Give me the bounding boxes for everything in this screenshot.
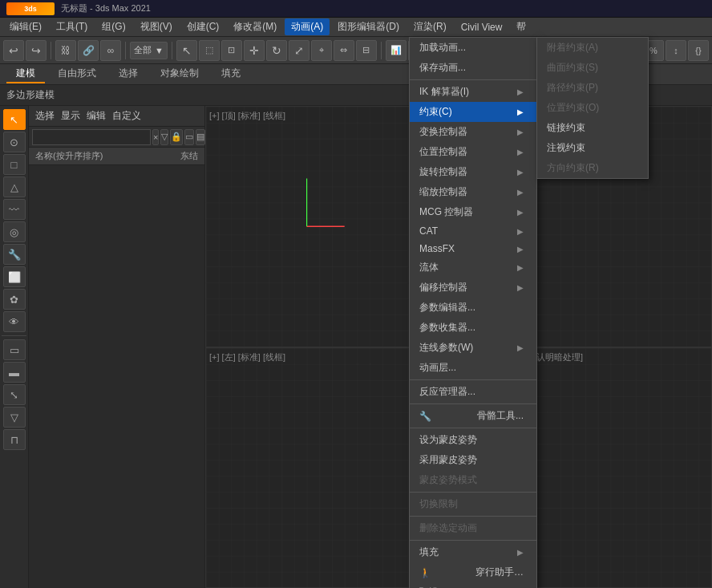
left-tool-2[interactable]: □ — [3, 154, 26, 175]
tab-modeling[interactable]: 建模 — [6, 65, 45, 83]
menu-tools[interactable]: 工具(T) — [50, 18, 94, 35]
left-tool-3[interactable]: △ — [3, 176, 26, 197]
menu-cat[interactable]: CAT ▶ — [410, 222, 536, 240]
fluid-arrow: ▶ — [517, 263, 524, 272]
left-tool-4[interactable]: 〰 — [3, 199, 26, 220]
left-tool-13[interactable]: ▽ — [3, 407, 26, 428]
menu-wire-params[interactable]: 连线参数(W) ▶ — [410, 338, 536, 358]
menu-sep-6 — [410, 516, 536, 517]
filter-label: 全部 — [134, 44, 152, 56]
menu-animation[interactable]: 动画(A) — [285, 18, 330, 35]
spinner-snap[interactable]: ↕ — [665, 40, 686, 61]
menu-scale-ctrl[interactable]: 缩放控制器 ▶ — [410, 182, 536, 202]
menu-load-animation[interactable]: 加载动画... — [410, 38, 536, 58]
left-tool-11[interactable]: ▬ — [3, 362, 26, 383]
walk-icon: 🚶 — [419, 567, 431, 578]
separator-4 — [381, 42, 382, 59]
select-tool[interactable]: ↖ — [176, 40, 197, 61]
menu-position-ctrl[interactable]: 位置控制器 ▶ — [410, 142, 536, 162]
left-tool-10[interactable]: ▭ — [3, 339, 26, 360]
scene-tab-display[interactable]: 显示 — [61, 109, 80, 123]
scene-tab-customize[interactable]: 自定义 — [112, 109, 141, 123]
menu-skin-pose-mode: 蒙皮姿势模式 — [410, 470, 536, 490]
menu-param-editor[interactable]: 参数编辑器... — [410, 298, 536, 318]
tab-select[interactable]: 选择 — [109, 65, 148, 83]
scene-panel-tabs: 选择 显示 编辑 自定义 — [35, 109, 141, 123]
tab-paintdeform[interactable]: 对象绘制 — [151, 65, 208, 83]
menu-modifier[interactable]: 修改器(M) — [227, 18, 283, 35]
menu-ik-solver[interactable]: IK 解算器(I) ▶ — [410, 82, 536, 102]
scene-display-btn[interactable]: ▭ — [184, 129, 194, 145]
select-region2[interactable]: ⊡ — [221, 40, 242, 61]
left-tool-7[interactable]: ⬜ — [3, 266, 26, 287]
menu-delete-anim: 删除选定动画 — [410, 518, 536, 538]
menu-help[interactable]: 帮 — [510, 18, 532, 35]
menu-create[interactable]: 创建(C) — [180, 18, 226, 35]
scene-panel: 选择 显示 编辑 自定义 × ▽ 🔒 ▭ ▤ 名称(按升序排序) 东结 — [29, 106, 205, 588]
menu-bone-tools[interactable]: 🔧 骨骼工具... — [410, 406, 536, 426]
menu-save-animation[interactable]: 保存动画... — [410, 58, 536, 78]
scene-clear-btn[interactable]: × — [152, 129, 159, 145]
scale-tool[interactable]: ⤢ — [289, 40, 309, 61]
left-tool-select[interactable]: ↖ — [3, 109, 26, 130]
menu-group[interactable]: 组(G) — [95, 18, 131, 35]
bone-icon: 🔧 — [419, 411, 431, 422]
redo-button[interactable]: ↪ — [26, 40, 47, 61]
menu-populate[interactable]: 填充 ▶ — [410, 542, 536, 562]
menu-mcg-ctrl[interactable]: MCG 控制器 ▶ — [410, 202, 536, 222]
bind-space-warp[interactable]: ∞ — [100, 40, 121, 61]
rotate-tool[interactable]: ↻ — [266, 40, 287, 61]
menu-graph-editor[interactable]: 图形编辑器(D) — [331, 18, 406, 35]
menu-view[interactable]: 视图(V) — [134, 18, 179, 35]
left-tool-5[interactable]: ◎ — [3, 221, 26, 242]
menu-transform-ctrl[interactable]: 变换控制器 ▶ — [410, 122, 536, 142]
left-tool-1[interactable]: ⊙ — [3, 132, 26, 152]
scene-filter-btn[interactable]: ▽ — [160, 129, 168, 145]
menu-set-skin-pose[interactable]: 设为蒙皮姿势 — [410, 430, 536, 450]
menu-sep-1 — [410, 79, 536, 80]
tab-freeform[interactable]: 自由形式 — [48, 65, 106, 83]
unlink-tool[interactable]: 🔗 — [78, 40, 99, 61]
select-region[interactable]: ⬚ — [199, 40, 220, 61]
mirror-tool[interactable]: ⇔ — [334, 40, 354, 61]
menu-walkthrough[interactable]: 🚶 穿行助手… — [410, 562, 536, 582]
undo-button[interactable]: ↩ — [3, 40, 24, 61]
massfx-arrow: ▶ — [517, 245, 524, 253]
menu-assume-skin-pose[interactable]: 采用蒙皮姿势 — [410, 450, 536, 470]
scene-search-input[interactable] — [32, 129, 151, 145]
align-tool[interactable]: ⊟ — [356, 40, 377, 61]
menu-constraint[interactable]: 约束(C) ▶ — [410, 102, 536, 122]
left-tool-9[interactable]: 👁 — [3, 311, 26, 332]
menu-reaction-mgr[interactable]: 反应管理器... — [410, 382, 536, 402]
move-tool[interactable]: ✛ — [244, 40, 265, 61]
menu-param-collector[interactable]: 参数收集器... — [410, 318, 536, 338]
scene-tab-edit[interactable]: 编辑 — [87, 109, 106, 123]
menu-preset[interactable]: 预设 ▶ — [410, 582, 536, 588]
menu-massfx[interactable]: MassFX ▶ — [410, 240, 536, 258]
menu-rotation-ctrl[interactable]: 旋转控制器 ▶ — [410, 162, 536, 182]
left-tool-6[interactable]: 🔧 — [3, 244, 26, 265]
scene-list — [29, 165, 204, 588]
menu-civil-view[interactable]: Civil View — [455, 20, 509, 34]
constraint-arrow: ▶ — [517, 107, 524, 116]
menu-edit[interactable]: 编辑(E) — [3, 18, 48, 35]
scene-lock-btn[interactable]: 🔒 — [170, 129, 183, 145]
filter-dropdown[interactable]: 全部 ▼ — [130, 42, 168, 59]
graph-editor-btn[interactable]: 📊 — [386, 40, 407, 61]
menu-render[interactable]: 渲染(R) — [407, 18, 453, 35]
link-tool[interactable]: ⛓ — [55, 40, 76, 61]
left-tool-12[interactable]: ⤡ — [3, 384, 26, 405]
scene-extra-btn[interactable]: ▤ — [196, 129, 205, 145]
transform-arrow: ▶ — [517, 128, 524, 136]
scene-tab-select[interactable]: 选择 — [35, 109, 55, 123]
pivot-tool[interactable]: ⌖ — [311, 40, 332, 61]
left-tool-8[interactable]: ✿ — [3, 289, 26, 310]
menu-anim-layers[interactable]: 动画层... — [410, 358, 536, 378]
tab-populate[interactable]: 填充 — [212, 65, 250, 83]
menu-offset-ctrl[interactable]: 偏移控制器 ▶ — [410, 278, 536, 298]
menu-lookat-constraint[interactable]: 注视约束 — [537, 138, 648, 158]
menu-fluid[interactable]: 流体 ▶ — [410, 258, 536, 278]
menu-link-constraint[interactable]: 链接约束 — [537, 118, 648, 138]
left-tool-14[interactable]: ⊓ — [3, 429, 26, 450]
key-mode[interactable]: {} — [688, 40, 709, 61]
